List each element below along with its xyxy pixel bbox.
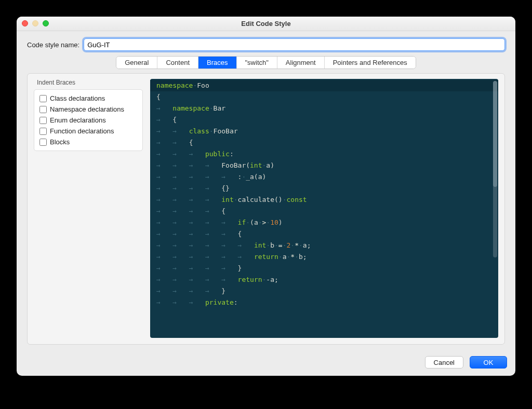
code-style-name-input[interactable] — [84, 38, 505, 51]
indent-option-blocks[interactable]: Blocks — [38, 137, 138, 147]
tab-general[interactable]: General — [116, 57, 157, 69]
checkbox-1[interactable] — [39, 106, 47, 113]
code-preview: namespace·Foo{→ namespace·Bar→ {→ → clas… — [150, 79, 498, 338]
code-line: { — [150, 91, 498, 103]
window-title: Edit Code Style — [241, 20, 290, 28]
code-line: → → → → } — [150, 285, 498, 297]
code-line: → → → → → return·-a; — [150, 274, 498, 285]
indent-option-class-declarations[interactable]: Class declarations — [38, 93, 138, 104]
indent-braces-label: Indent Braces — [37, 79, 143, 86]
tab-switch[interactable]: "switch" — [237, 57, 277, 69]
code-line: → namespace·Bar — [150, 103, 498, 114]
tab-content[interactable]: Content — [157, 57, 198, 69]
window-controls — [22, 20, 49, 26]
tab-bar: GeneralContentBraces"switch"AlignmentPoi… — [116, 56, 416, 69]
tabs-row: GeneralContentBraces"switch"AlignmentPoi… — [27, 56, 505, 69]
indent-option-function-declarations[interactable]: Function declarations — [38, 126, 138, 137]
checkbox-label: Class declarations — [50, 94, 105, 102]
checkbox-3[interactable] — [39, 128, 47, 135]
indent-option-namespace-declarations[interactable]: Namespace declarations — [38, 104, 138, 115]
code-line: → → { — [150, 137, 498, 148]
dialog-window: Edit Code Style Code style name: General… — [17, 17, 515, 376]
preview-column: namespace·Foo{→ namespace·Bar→ {→ → clas… — [150, 79, 498, 338]
code-line: → → → → → { — [150, 228, 498, 240]
cancel-button[interactable]: Cancel — [425, 356, 463, 369]
titlebar: Edit Code Style — [17, 17, 515, 31]
checkbox-label: Namespace declarations — [50, 105, 124, 113]
tab-alignment[interactable]: Alignment — [277, 57, 325, 69]
zoom-icon[interactable] — [43, 20, 49, 26]
code-line: → { — [150, 114, 498, 126]
dialog-footer: Cancel OK — [17, 350, 515, 376]
dialog-body: Code style name: GeneralContentBraces"sw… — [17, 31, 515, 350]
code-line: → → class·FooBar — [150, 126, 498, 137]
code-line: → → → public: — [150, 148, 498, 160]
code-line: → → → → int·calculate()·const — [150, 194, 498, 206]
code-line: → → → private: — [150, 297, 498, 308]
code-line: → → → → {} — [150, 183, 498, 194]
tab-pointers-and-references[interactable]: Pointers and References — [325, 57, 416, 69]
minimize-icon — [32, 20, 38, 26]
checkbox-label: Function declarations — [50, 127, 114, 135]
code-line: → → → → → } — [150, 263, 498, 274]
braces-panel: Indent Braces Class declarationsNamespac… — [27, 73, 505, 345]
code-line: namespace·Foo — [150, 80, 498, 91]
checkbox-label: Blocks — [50, 138, 70, 146]
close-icon[interactable] — [22, 20, 28, 26]
code-line: → → → → FooBar(int·a) — [150, 160, 498, 171]
tab-braces[interactable]: Braces — [198, 57, 236, 69]
checkbox-4[interactable] — [39, 139, 47, 146]
indent-option-enum-declarations[interactable]: Enum declarations — [38, 115, 138, 126]
ok-button[interactable]: OK — [470, 356, 507, 369]
code-line: → → → → → → return·a·*·b; — [150, 251, 498, 263]
code-line: → → → → → → int·b·=·2·*·a; — [150, 240, 498, 251]
code-line: → → → → → if·(a·>·10) — [150, 217, 498, 228]
code-line: → → → → { — [150, 206, 498, 217]
code-style-name-label: Code style name: — [27, 41, 79, 49]
code-line: → → → → → :·_a(a) — [150, 171, 498, 183]
name-row: Code style name: — [27, 38, 505, 51]
options-column: Indent Braces Class declarationsNamespac… — [34, 79, 143, 338]
checkbox-label: Enum declarations — [50, 116, 106, 124]
checkbox-0[interactable] — [39, 95, 47, 102]
checkbox-2[interactable] — [39, 117, 47, 124]
indent-braces-group: Class declarationsNamespace declarations… — [34, 89, 143, 151]
code-preview-content: namespace·Foo{→ namespace·Bar→ {→ → clas… — [150, 79, 498, 312]
preview-scrollbar[interactable] — [493, 81, 497, 257]
